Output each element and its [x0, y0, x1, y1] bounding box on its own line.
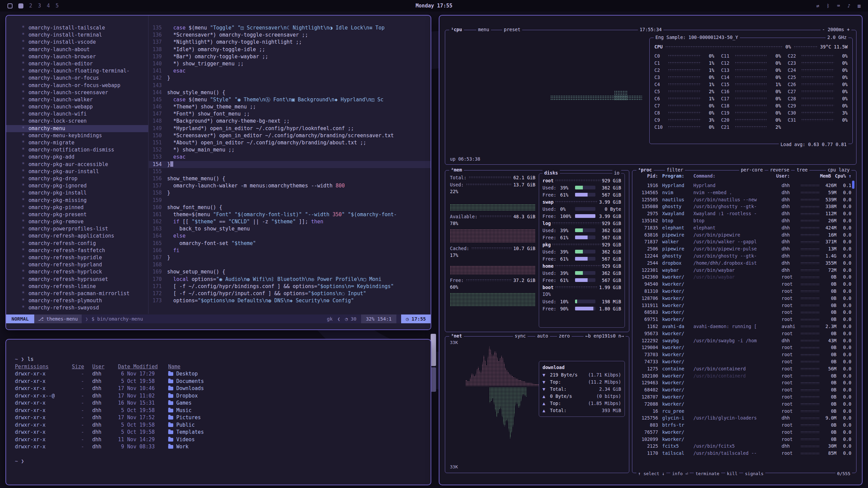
file-item[interactable]: *omarchy-pkg-add [6, 154, 148, 161]
network-icon[interactable]: ⇄ [816, 3, 819, 8]
menu-button[interactable]: menu [476, 27, 491, 32]
workspace-item[interactable]: 3 [38, 3, 41, 9]
code-line[interactable]: 161 theme=$(menu "Font" "$(omarchy-font-… [149, 211, 431, 218]
code-line[interactable]: 144show_style_menu() { [149, 89, 431, 96]
btop-window[interactable]: ¹cpu menu preset 17:55:34 - 2000ms + Eng… [439, 15, 863, 485]
process-row[interactable]: 1170 tailscal /usr/sbin/tailscaled -- ro… [637, 450, 851, 457]
code-line[interactable]: 166 fi [149, 247, 431, 254]
process-row[interactable]: 128707 kworker/ root 0B 0.0 [637, 393, 851, 401]
net-mode-sync[interactable]: sync [513, 333, 528, 339]
file-item[interactable]: *omarchy-powerprofiles-list [6, 225, 148, 232]
file-item[interactable]: *omarchy-menu [6, 125, 148, 132]
file-item[interactable]: *omarchy-refresh-swayosd [6, 304, 148, 311]
omarchy-logo-icon[interactable] [7, 3, 13, 8]
proc-footer-action[interactable]: terminate [694, 471, 721, 476]
proc-footer-action[interactable]: signals [743, 471, 765, 476]
process-row[interactable]: 95673 kworker/ root 0B 0.0 [637, 330, 851, 337]
col-user[interactable]: User: [776, 173, 794, 179]
code-line[interactable]: 151 *About*) open_in_editor ~/.config/om… [149, 139, 431, 146]
code-line[interactable]: 172 [ -f ~/.config/hypr/input.conf ] && … [149, 290, 431, 297]
file-item[interactable]: *omarchy-migrate [6, 139, 148, 146]
code-line[interactable]: 141 esac [149, 67, 431, 75]
process-row[interactable]: 81310 kworker/ root 0B 0.0 [637, 288, 851, 295]
process-row[interactable]: 135162 btop btop dhh 26M 0.0 [637, 217, 851, 224]
workspace-item[interactable]: 5 [56, 3, 59, 9]
file-item[interactable]: *omarchy-launch-walker [6, 96, 148, 103]
code-line[interactable]: 164 else [149, 232, 431, 240]
process-row[interactable]: 129004 kworker/ root 0B 0.0 [637, 344, 851, 351]
process-row[interactable]: 94540 kworker/ root 0B 0.0 [637, 281, 851, 288]
process-row[interactable]: 129463 kworker/ root 0B 0.0 [637, 379, 851, 386]
shell-prompt[interactable]: ~ ❯ [15, 458, 24, 465]
process-row[interactable]: 73703 kworker/ root 0B 0.0 [637, 351, 851, 358]
process-list[interactable]: 1916 Hyprland Hyprland dhh 426M 0.1 1345… [632, 182, 856, 468]
process-row[interactable]: 2544 dropbox /home/dhh/.dropbox-dist dhh… [637, 260, 851, 267]
process-row[interactable]: 134565 nvim nvim --embed . dhh 59M 0.0 [637, 189, 851, 196]
net-interface[interactable]: ←b enp191s0 n→ [584, 333, 626, 339]
code-line[interactable]: 137 *Nightlight*) omarchy-toggle-nightli… [149, 39, 431, 46]
file-item[interactable]: *omarchy-pkg-pinned [6, 204, 148, 211]
process-row[interactable]: 125756 glycin-i /usr/lib/glycin-loaders … [637, 414, 851, 422]
sort-arrow-icon[interactable]: ↑ [846, 173, 851, 179]
code-editor[interactable]: 135 case $(menu "Toggle" "◫ Screensaver\… [149, 16, 431, 314]
file-item[interactable]: *omarchy-pkg-remove [6, 218, 148, 225]
code-line[interactable]: 138 *Idle*) omarchy-toggle-idle ;; [149, 46, 431, 53]
process-row[interactable]: 68583 kworker/ root 0B 0.0 [637, 309, 851, 316]
code-line[interactable]: 146 *Theme*) show_theme_menu ;; [149, 103, 431, 110]
file-item[interactable]: *omarchy-refresh-config [6, 240, 148, 247]
editor-window[interactable]: *omarchy-install-tailscale *omarchy-inst… [5, 15, 431, 330]
file-item[interactable]: *omarchy-refresh-applications [6, 232, 148, 240]
file-item[interactable]: *omarchy-pkg-drop [6, 175, 148, 182]
file-item[interactable]: *omarchy-refresh-fastfetch [6, 247, 148, 254]
file-item[interactable]: *omarchy-pkg-missing [6, 197, 148, 204]
proc-reverse[interactable]: reverse [768, 167, 791, 172]
process-row[interactable]: 74733 kworker/ root 0B 0.0 [637, 358, 851, 365]
code-line[interactable]: 162 if [[ "$theme" == "CNCLD" || -z "$th… [149, 218, 431, 225]
file-item[interactable]: *omarchy-pkg-install [6, 189, 148, 197]
file-item[interactable]: *omarchy-refresh-plymouth [6, 297, 148, 304]
proc-footer-action[interactable]: kill [725, 471, 739, 476]
code-line[interactable]: 145 case $(menu "Style" "◉ Theme\nⒶ Font… [149, 96, 431, 103]
volume-icon[interactable]: ♪ [847, 3, 850, 8]
code-line[interactable]: 148 *Background*) omarchy-theme-bg-next … [149, 118, 431, 125]
proc-scrollbar[interactable] [852, 181, 854, 189]
file-item[interactable]: *omarchy-pkg-aur-accessible [6, 161, 148, 168]
file-item[interactable]: *omarchy-refresh-limine [6, 283, 148, 290]
file-item[interactable]: *omarchy-refresh-hyprlock [6, 268, 148, 276]
tray-icon[interactable]: ▥ [858, 3, 861, 8]
file-item[interactable]: *omarchy-launch-wifi [6, 110, 148, 118]
code-line[interactable]: 143 [149, 82, 431, 89]
file-item[interactable]: *omarchy-lock-screen [6, 118, 148, 125]
process-row[interactable]: 122292 swaybg /usr/bin/swaybg -i /hom dh… [637, 337, 851, 344]
process-row[interactable]: 142360 kworker/ /usr/bin/waybar root 0B … [637, 273, 851, 281]
code-line[interactable]: 142} [149, 75, 431, 82]
proc-footer-action[interactable]: info ⏎ [670, 471, 690, 476]
code-line[interactable]: 149 *Hyprland*) open_in_editor ~/.config… [149, 125, 431, 132]
file-item[interactable]: *omarchy-install-tailscale [6, 24, 148, 32]
file-item[interactable]: *omarchy-notification-dismiss [6, 146, 148, 154]
refresh-interval[interactable]: - 2000ms + [821, 27, 851, 32]
code-line[interactable]: 136 *Screensaver*) omarchy-toggle-screen… [149, 32, 431, 39]
code-line[interactable]: 158} [149, 189, 431, 197]
file-item[interactable]: *omarchy-install-terminal [6, 32, 148, 39]
process-row[interactable]: 2506 pipewire /usr/bin/pipewire-pulse dh… [637, 245, 851, 252]
process-row[interactable]: 72088 kworker/ root 0B 0.0 [637, 401, 851, 408]
file-item[interactable]: *omarchy-launch-or-focus [6, 75, 148, 82]
file-item[interactable]: *omarchy-launch-editor [6, 60, 148, 67]
code-line[interactable]: 139 *Bar*) omarchy-toggle-waybar ;; [149, 53, 431, 60]
code-line[interactable]: 169show_setup_menu() { [149, 268, 431, 276]
file-item[interactable]: *omarchy-menu-keybindings [6, 132, 148, 139]
process-row[interactable]: 131911 kworker/ root 0B 0.0 [637, 302, 851, 309]
process-row[interactable]: 1162 avahi-da avahi-daemon: running [ av… [637, 323, 851, 330]
col-program[interactable]: Program: [662, 173, 691, 179]
bluetooth-icon[interactable]: ᛒ [827, 3, 829, 8]
process-row[interactable]: 1916 Hyprland Hyprland dhh 426M 0.1 [637, 182, 851, 189]
keyboard-icon[interactable]: ⌨ [837, 3, 840, 8]
code-line[interactable]: 153 esac [149, 154, 431, 161]
process-row[interactable]: 803 btrfs-tr root 0B 0.0 [637, 422, 851, 429]
process-row[interactable]: 125505 nautilus /usr/bin/nautilus --new … [637, 196, 851, 203]
workspace-item[interactable]: 4 [47, 3, 50, 9]
terminal-window[interactable]: ~ ❯ ls Permissions Size User Date Modifi… [5, 339, 431, 485]
file-item[interactable]: *omarchy-launch-screensaver [6, 89, 148, 96]
proc-filter[interactable]: filter [665, 167, 685, 172]
